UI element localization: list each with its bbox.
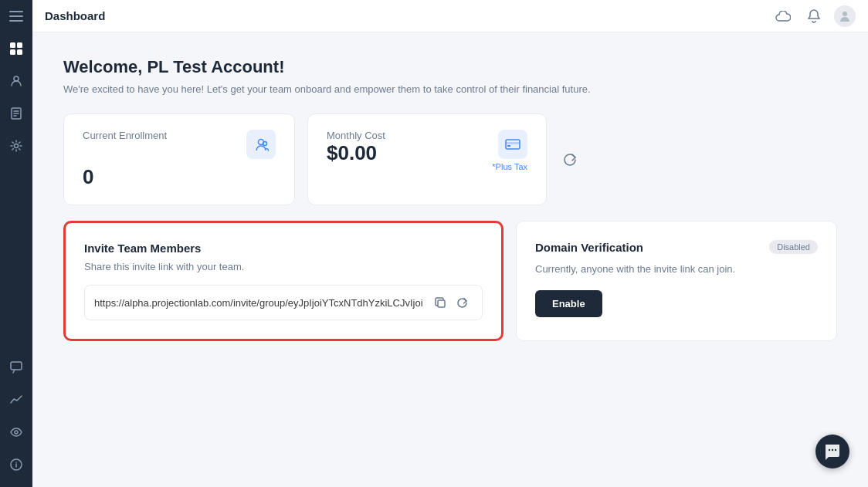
svg-rect-3 (10, 42, 15, 48)
plus-tax-label: *Plus Tax (492, 162, 527, 171)
cost-card: Monthly Cost $0.00 (307, 113, 547, 205)
svg-rect-2 (9, 20, 23, 22)
svg-point-12 (15, 144, 19, 148)
svg-point-25 (829, 449, 830, 451)
refresh-button[interactable] (559, 149, 581, 171)
svg-rect-23 (507, 145, 510, 147)
info-nav-icon[interactable] (0, 448, 32, 481)
domain-card-header: Domain Verification Disabled (535, 240, 818, 254)
cards-row: Current Enrollment 0 (63, 113, 837, 205)
domain-title: Domain Verification (535, 241, 643, 254)
topbar: Dashboard (32, 0, 868, 32)
cost-label: Monthly Cost (327, 130, 385, 141)
chat-fab-button[interactable] (815, 435, 849, 468)
topbar-icons (772, 5, 856, 27)
invite-subtitle: Share this invite link with your team. (84, 261, 483, 272)
svg-point-20 (263, 142, 267, 146)
content-area: Welcome, PL Test Account! We're excited … (32, 32, 868, 487)
svg-rect-13 (11, 362, 22, 370)
avatar[interactable] (834, 5, 856, 27)
dashboard-nav-icon[interactable] (0, 32, 32, 65)
svg-rect-1 (9, 15, 23, 17)
enrollment-card: Current Enrollment 0 (63, 113, 295, 205)
eye-nav-icon[interactable] (0, 416, 32, 448)
domain-card: Domain Verification Disabled Currently, … (516, 221, 837, 341)
document-nav-icon[interactable] (0, 97, 32, 130)
svg-point-27 (835, 449, 836, 451)
page-title: Dashboard (45, 9, 772, 22)
welcome-title: Welcome, PL Test Account! (63, 57, 837, 77)
enrollment-value: 0 (83, 165, 276, 189)
invite-title: Invite Team Members (84, 242, 483, 255)
domain-status-badge: Disabled (769, 240, 818, 254)
cost-value: $0.00 (327, 141, 377, 165)
svg-point-26 (832, 449, 833, 451)
invite-link-text: https://alpha.projectionlab.com/invite/g… (94, 297, 429, 309)
cost-right: *Plus Tax (492, 130, 527, 171)
main-area: Dashboard Welcome, PL Tes (32, 0, 868, 487)
copy-link-button[interactable] (429, 292, 451, 313)
settings-nav-icon[interactable] (0, 130, 32, 162)
svg-point-7 (14, 76, 19, 81)
invite-link-row: https://alpha.projectionlab.com/invite/g… (84, 285, 483, 320)
svg-rect-4 (17, 42, 22, 48)
domain-subtitle: Currently, anyone with the invite link c… (535, 263, 818, 275)
svg-rect-5 (10, 49, 15, 55)
svg-point-14 (15, 431, 18, 434)
svg-rect-22 (506, 142, 520, 144)
bell-icon[interactable] (803, 5, 825, 27)
lower-row: Invite Team Members Share this invite li… (63, 221, 837, 341)
enable-domain-button[interactable]: Enable (535, 290, 602, 317)
sidebar (0, 0, 32, 487)
enrollment-label: Current Enrollment (83, 130, 167, 141)
hamburger-icon[interactable] (0, 0, 32, 32)
enrollment-icon-wrap (246, 130, 276, 159)
welcome-subtitle: We're excited to have you here! Let's ge… (63, 83, 837, 95)
svg-point-17 (15, 462, 17, 463)
svg-point-18 (843, 12, 847, 16)
refresh-link-button[interactable] (451, 292, 473, 313)
chat-nav-icon[interactable] (0, 351, 32, 384)
invite-card: Invite Team Members Share this invite li… (63, 221, 504, 341)
svg-rect-24 (438, 300, 445, 307)
users-nav-icon[interactable] (0, 65, 32, 97)
svg-rect-0 (9, 11, 23, 12)
svg-rect-6 (17, 49, 22, 55)
cost-icon-wrap (498, 130, 527, 159)
cloud-icon[interactable] (772, 5, 794, 27)
chart-nav-icon[interactable] (0, 384, 32, 416)
